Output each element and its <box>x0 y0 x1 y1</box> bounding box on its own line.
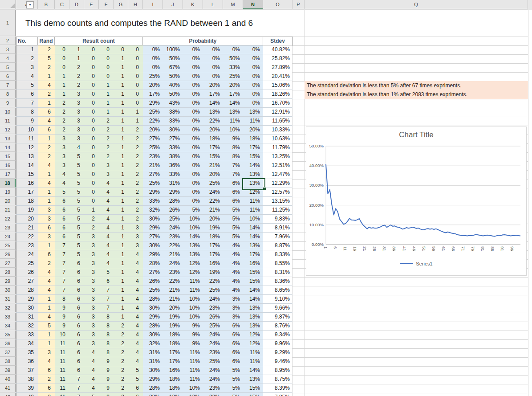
cell-result-count[interactable]: 1 <box>114 224 128 232</box>
cell-rand[interactable]: 1 <box>38 339 55 348</box>
cell-probability[interactable]: 0% <box>203 72 223 81</box>
cell-probability[interactable]: 4% <box>223 259 243 268</box>
cell-probability[interactable]: 0% <box>183 90 203 98</box>
column-header-e[interactable]: E <box>84 0 99 9</box>
cell-probability[interactable]: 0% <box>183 179 203 188</box>
cell-result-count[interactable]: 7 <box>55 268 69 277</box>
cell-no[interactable]: 28 <box>16 286 38 294</box>
cell-probability[interactable]: 17% <box>203 90 223 98</box>
cell-no[interactable]: 36 <box>16 357 38 366</box>
cell-probability[interactable]: 5% <box>183 206 203 214</box>
cell-stdev[interactable]: 7.85% <box>263 393 292 396</box>
cell-probability[interactable]: 24% <box>203 375 223 384</box>
cell-rand[interactable]: 2 <box>38 45 55 54</box>
row-header-1[interactable]: 1 <box>0 10 16 36</box>
cell-result-count[interactable]: 6 <box>55 233 69 241</box>
cell-result-count[interactable]: 6 <box>69 286 84 294</box>
cell-result-count[interactable]: 10 <box>55 331 69 339</box>
cell-probability[interactable]: 29% <box>143 224 163 232</box>
cell-result-count[interactable]: 11 <box>55 384 69 392</box>
cell-probability[interactable]: 36% <box>163 161 183 170</box>
column-header-j[interactable]: J <box>163 0 183 9</box>
cell-probability[interactable]: 0% <box>243 81 263 90</box>
cell-no[interactable]: 10 <box>16 126 38 134</box>
cell-rand[interactable]: 1 <box>38 188 55 196</box>
cell-no[interactable]: 3 <box>16 63 38 72</box>
cell-probability[interactable]: 0% <box>243 72 263 81</box>
cell-result-count[interactable]: 3 <box>84 304 99 312</box>
cell-result-count[interactable]: 0 <box>99 63 114 72</box>
cell-probability[interactable]: 67% <box>163 63 183 72</box>
row-header-24[interactable]: 24 <box>0 233 16 241</box>
cell-result-count[interactable]: 0 <box>84 72 99 81</box>
cell-probability[interactable]: 0% <box>243 45 263 54</box>
cell-result-count[interactable]: 3 <box>128 233 143 241</box>
cell-result-count[interactable]: 3 <box>69 135 84 143</box>
cell-probability[interactable]: 13% <box>183 241 203 250</box>
cell-stdev[interactable]: 13.25% <box>263 152 292 161</box>
row-header-13[interactable]: 13 <box>0 135 16 143</box>
cell-stdev[interactable]: 27.89% <box>263 63 292 72</box>
cell-probability[interactable]: 14% <box>223 99 243 107</box>
column-header-f[interactable]: F <box>99 0 114 9</box>
cell-result-count[interactable]: 1 <box>114 161 128 170</box>
cell-probability[interactable]: 24% <box>203 188 223 196</box>
cell-probability[interactable]: 18% <box>163 393 183 396</box>
cell-probability[interactable]: 0% <box>183 54 203 63</box>
cell-probability[interactable]: 11% <box>243 197 263 205</box>
cell-result-count[interactable]: 3 <box>55 135 69 143</box>
cell-result-count[interactable]: 5 <box>69 250 84 259</box>
cell-probability[interactable]: 0% <box>183 143 203 152</box>
row-header-31[interactable]: 31 <box>0 295 16 303</box>
cell-probability[interactable]: 24% <box>203 366 223 375</box>
cell-result-count[interactable]: 2 <box>128 197 143 205</box>
row-header-35[interactable]: 35 <box>0 331 16 339</box>
cell-result-count[interactable]: 2 <box>128 135 143 143</box>
cell-result-count[interactable]: 11 <box>55 375 69 384</box>
cell-stdev[interactable]: 15.06% <box>263 81 292 90</box>
cell-rand[interactable]: 5 <box>38 54 55 63</box>
row-header-36[interactable]: 36 <box>0 339 16 348</box>
cell-probability[interactable]: 15% <box>243 384 263 392</box>
cell-result-count[interactable]: 5 <box>55 188 69 196</box>
cell-stdev[interactable]: 12.91% <box>263 108 292 116</box>
cell-probability[interactable]: 25% <box>223 72 243 81</box>
cell-probability[interactable]: 14% <box>243 233 263 241</box>
cell-result-count[interactable]: 2 <box>99 135 114 143</box>
cell-probability[interactable]: 11% <box>223 117 243 125</box>
chart-legend[interactable]: Series1 <box>306 261 526 266</box>
cell-probability[interactable]: 33% <box>143 197 163 205</box>
row-header-23[interactable]: 23 <box>0 224 16 232</box>
cell-probability[interactable]: 20% <box>243 126 263 134</box>
cell-probability[interactable]: 28% <box>143 384 163 392</box>
cell-probability[interactable]: 18% <box>243 135 263 143</box>
cell-probability[interactable]: 13% <box>243 179 263 188</box>
cell-probability[interactable]: 30% <box>143 241 163 250</box>
cell-no[interactable]: 24 <box>16 250 38 259</box>
cell-probability[interactable]: 20% <box>203 81 223 90</box>
column-header-l[interactable]: L <box>203 0 223 9</box>
cell-probability[interactable]: 18% <box>163 375 183 384</box>
cell-probability[interactable]: 23% <box>163 268 183 277</box>
cell-no[interactable]: 4 <box>16 72 38 81</box>
cell-probability[interactable]: 31% <box>163 179 183 188</box>
cell-result-count[interactable]: 1 <box>114 152 128 161</box>
cell-stdev[interactable]: 11.65% <box>263 117 292 125</box>
cell-probability[interactable]: 32% <box>143 206 163 214</box>
cell-result-count[interactable]: 6 <box>128 393 143 396</box>
cell-result-count[interactable]: 9 <box>55 304 69 312</box>
cell-result-count[interactable]: 9 <box>55 313 69 321</box>
cell-rand[interactable]: 2 <box>38 63 55 72</box>
cell-probability[interactable]: 22% <box>203 197 223 205</box>
cell-probability[interactable]: 28% <box>143 393 163 396</box>
row-header-4[interactable]: 4 <box>0 54 16 63</box>
cell-probability[interactable]: 27% <box>163 135 183 143</box>
cell-no[interactable]: 17 <box>16 188 38 196</box>
cell-no[interactable]: 25 <box>16 259 38 268</box>
cell-probability[interactable]: 15% <box>203 152 223 161</box>
cell-result-count[interactable]: 3 <box>84 259 99 268</box>
row-header-28[interactable]: 28 <box>0 268 16 277</box>
cell-rand[interactable]: 4 <box>38 117 55 125</box>
cell-probability[interactable]: 23% <box>143 152 163 161</box>
cell-rand[interactable]: 6 <box>38 384 55 392</box>
